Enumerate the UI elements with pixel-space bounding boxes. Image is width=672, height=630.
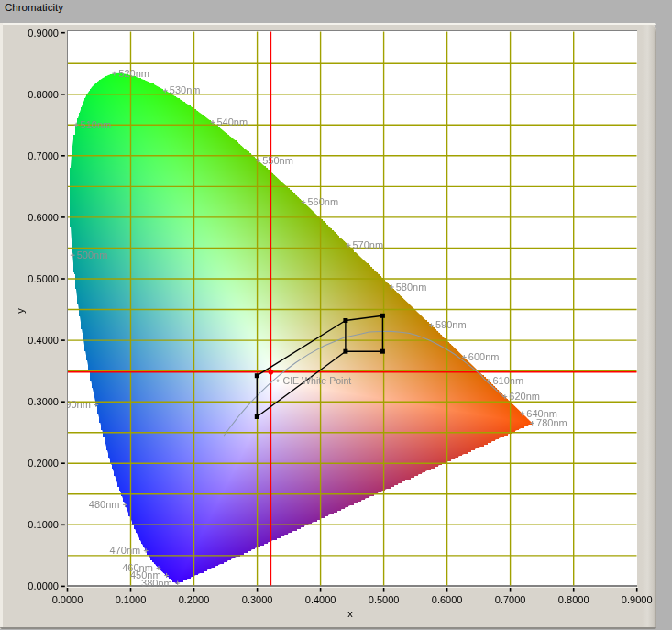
svg-text:0.4000: 0.4000 [28, 335, 59, 346]
svg-text:0.8000: 0.8000 [558, 594, 589, 605]
svg-text:580nm: 580nm [396, 282, 427, 293]
svg-text:490nm: 490nm [60, 399, 91, 410]
svg-text:0.6000: 0.6000 [432, 594, 463, 605]
svg-text:0.3000: 0.3000 [28, 396, 59, 407]
svg-text:0.7000: 0.7000 [28, 150, 59, 161]
svg-text:620nm: 620nm [509, 391, 540, 402]
svg-text:0.9000: 0.9000 [28, 28, 59, 39]
svg-text:0.9000: 0.9000 [622, 594, 653, 605]
svg-text:550nm: 550nm [262, 155, 293, 166]
svg-text:CIE White Point: CIE White Point [283, 375, 352, 386]
svg-text:0.1000: 0.1000 [28, 519, 59, 530]
svg-text:560nm: 560nm [308, 196, 339, 207]
svg-text:380nm: 380nm [141, 578, 172, 589]
svg-text:0.7000: 0.7000 [495, 594, 526, 605]
svg-text:480nm: 480nm [89, 499, 120, 510]
svg-text:590nm: 590nm [435, 319, 467, 330]
svg-text:780nm: 780nm [536, 417, 567, 428]
svg-text:570nm: 570nm [353, 239, 384, 250]
svg-text:y: y [15, 308, 26, 314]
svg-text:0.2000: 0.2000 [28, 458, 59, 469]
svg-text:0.0000: 0.0000 [28, 580, 59, 591]
svg-text:510nm: 510nm [81, 119, 112, 130]
svg-text:x: x [347, 608, 353, 619]
svg-text:500nm: 500nm [77, 249, 108, 260]
svg-text:0.5000: 0.5000 [369, 594, 400, 605]
svg-text:0.0000: 0.0000 [52, 594, 83, 605]
svg-text:520nm: 520nm [118, 68, 149, 79]
svg-text:540nm: 540nm [217, 116, 248, 127]
svg-text:0.4000: 0.4000 [305, 594, 336, 605]
svg-text:600nm: 600nm [468, 351, 500, 362]
svg-text:0.2000: 0.2000 [179, 594, 210, 605]
svg-text:0.5000: 0.5000 [28, 273, 59, 284]
svg-text:610nm: 610nm [493, 375, 524, 386]
svg-text:530nm: 530nm [170, 84, 201, 95]
svg-text:470nm: 470nm [110, 545, 141, 556]
svg-text:0.6000: 0.6000 [28, 212, 59, 223]
svg-text:0.3000: 0.3000 [242, 594, 273, 605]
svg-text:0.1000: 0.1000 [116, 594, 147, 605]
svg-text:0.8000: 0.8000 [28, 89, 59, 100]
